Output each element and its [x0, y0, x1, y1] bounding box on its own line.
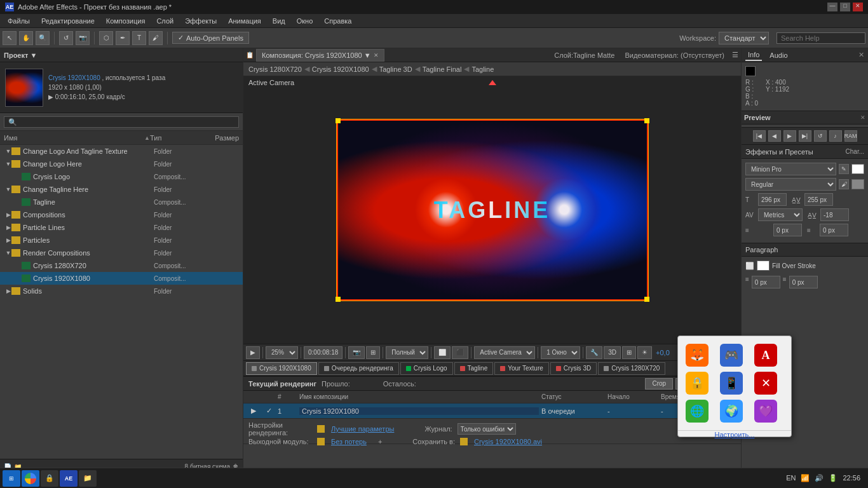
bottom-tab-your-texture[interactable]: Your Texture: [494, 362, 549, 375]
tool-hand[interactable]: ✋: [19, 31, 33, 45]
font-color-swatch[interactable]: [851, 164, 864, 174]
region-btn[interactable]: ⬜: [434, 346, 451, 359]
menu-edit[interactable]: Редактирование: [36, 16, 100, 26]
popup-setup-btn[interactable]: Настроить...: [678, 430, 791, 438]
render-row-1[interactable]: ▶ ✓ 1 Crysis 1920X1080 В очереди - -: [243, 403, 741, 419]
snap-btn[interactable]: 📷: [348, 346, 365, 359]
popup-icon-phone[interactable]: 📱: [720, 372, 743, 395]
quality-select[interactable]: Полный: [386, 346, 428, 359]
menu-layer[interactable]: Слой: [151, 16, 179, 26]
tool-arrow[interactable]: ↖: [3, 31, 17, 45]
crop-btn[interactable]: Crop: [645, 378, 673, 390]
popup-icon-adobe[interactable]: A: [754, 344, 777, 367]
bottom-tab-crysis-1280[interactable]: Crysis 1280X720: [598, 362, 665, 375]
taskbar-ae[interactable]: AE: [60, 470, 78, 487]
timecode-btn[interactable]: 0:00:08:18: [304, 346, 342, 359]
tree-item-crysis-1920[interactable]: Crysis 1920X1080 Composit...: [0, 272, 243, 285]
menu-window[interactable]: Окно: [292, 16, 318, 26]
tool-zoom[interactable]: 🔍: [36, 31, 50, 45]
tree-item-compositions[interactable]: ▶ Compositions Folder: [0, 208, 243, 221]
font-family-select[interactable]: Minion Pro: [745, 163, 836, 175]
layout-btn[interactable]: ⊞: [622, 346, 636, 359]
camera-select[interactable]: Active Camera: [474, 346, 535, 359]
playback-btn[interactable]: ▶: [246, 346, 260, 359]
char-tab[interactable]: Char...: [846, 148, 864, 155]
tool-brush[interactable]: 🖌: [149, 31, 163, 45]
baseline-input[interactable]: [820, 208, 849, 221]
prev-first-btn[interactable]: |◀: [753, 130, 766, 142]
zoom-select[interactable]: 25%: [266, 346, 298, 359]
composition-canvas[interactable]: TAGLINE: [337, 119, 648, 301]
comp-tab-close[interactable]: ✕: [374, 52, 379, 58]
exposure-btn[interactable]: ☀: [637, 346, 652, 359]
tree-item-particle-lines[interactable]: ▶ Particle Lines Folder: [0, 221, 243, 234]
tracking-input[interactable]: [804, 193, 833, 206]
prev-back-btn[interactable]: ◀: [768, 130, 781, 142]
prev-ram-btn[interactable]: RAM: [844, 130, 857, 142]
taskbar-chrome[interactable]: [22, 470, 39, 487]
spacing-before-input[interactable]: [752, 276, 780, 288]
tree-item-change-logo-here[interactable]: ▼ Change Logo Here Folder: [0, 158, 243, 170]
tool-text[interactable]: T: [132, 31, 146, 45]
prev-fwd-btn[interactable]: ▶|: [799, 130, 811, 142]
bottom-tab-render-queue[interactable]: Очередь рендеринга: [318, 362, 399, 375]
popup-icon-web[interactable]: 🌐: [686, 400, 709, 423]
font-style-btn2[interactable]: 🖌: [839, 179, 849, 189]
panel-menu-icon[interactable]: ☰: [732, 51, 738, 59]
maximize-button[interactable]: □: [840, 3, 850, 11]
taskbar-folder[interactable]: 📁: [79, 470, 97, 487]
transparency-btn[interactable]: ⬛: [452, 346, 468, 359]
popup-icon-lock[interactable]: 🔒: [686, 372, 709, 395]
prev-loop-btn[interactable]: ↺: [814, 130, 827, 142]
view-select[interactable]: 1 Окно: [541, 346, 580, 359]
popup-icon-fox[interactable]: 🦊: [686, 344, 709, 367]
font-style-select[interactable]: Regular: [745, 178, 836, 191]
tree-item-crysis-logo[interactable]: Crysis Logo Composit...: [0, 170, 243, 183]
bottom-tab-crysis-logo[interactable]: Crysis Logo: [400, 362, 453, 375]
breadcrumb-tagline[interactable]: Tagline: [471, 65, 494, 73]
breadcrumb-tagline-3d[interactable]: Tagline 3D: [379, 65, 412, 73]
menu-files[interactable]: Файлы: [3, 16, 35, 26]
menu-effects[interactable]: Эффекты: [180, 16, 222, 26]
settings-value[interactable]: Лучшие параметры: [331, 425, 394, 433]
font-style-swatch[interactable]: [851, 179, 864, 189]
tool-rotate[interactable]: ↺: [59, 31, 73, 45]
popup-icon-earth[interactable]: 🌍: [720, 400, 743, 423]
grid-btn[interactable]: ⊞: [366, 346, 380, 359]
tree-item-tagline[interactable]: Tagline Composit...: [0, 196, 243, 208]
bottom-tab-tagline[interactable]: Tagline: [454, 362, 494, 375]
tool-mask[interactable]: ⬡: [99, 31, 113, 45]
popup-icon-close[interactable]: ✕: [754, 372, 777, 395]
tool-camera[interactable]: 📷: [76, 31, 90, 45]
font-size-input[interactable]: [758, 193, 787, 206]
tree-item-change-tagline-here[interactable]: ▼ Change Tagline Here Folder: [0, 183, 243, 196]
tree-item-render-compositions[interactable]: ▼ Render Compositions Folder: [0, 247, 243, 259]
output-value[interactable]: Без потерь: [331, 438, 367, 445]
breadcrumb-crysis-1920[interactable]: Crysis 1920X1080: [312, 65, 369, 73]
auto-open-panels-btn[interactable]: ✓ Auto-Open Panels: [172, 32, 249, 44]
spacing-after-input[interactable]: [789, 276, 818, 288]
close-button[interactable]: ✕: [853, 3, 863, 11]
menu-help[interactable]: Справка: [319, 16, 356, 26]
prev-play-btn[interactable]: ▶: [783, 130, 796, 142]
color-swatch[interactable]: [745, 66, 756, 76]
prev-audio-btn[interactable]: ♪: [829, 130, 842, 142]
workspace-select[interactable]: Стандарт: [719, 32, 769, 44]
bottom-tab-crysis-3d[interactable]: Crysis 3D: [550, 362, 597, 375]
tree-item-particles[interactable]: ▶ Particles Folder: [0, 234, 243, 247]
popup-icon-gamepad[interactable]: 🎮: [720, 344, 743, 367]
tree-item-crysis-1280[interactable]: Crysis 1280X720 Composit...: [0, 259, 243, 272]
panel-close-icon[interactable]: ✕: [858, 51, 864, 59]
taskbar-security[interactable]: 🔒: [41, 470, 58, 487]
add-output-btn[interactable]: +: [378, 438, 382, 445]
comp-tab-crysis[interactable]: Композиция: Crysis 1920X1080 ▼ ✕: [256, 49, 384, 62]
breadcrumb-crysis-1280[interactable]: Crysis 1280X720: [248, 65, 302, 73]
tree-item-change-logo-texture[interactable]: ▼ Change Logo And Tagline Texture Folder: [0, 145, 243, 158]
minimize-button[interactable]: —: [827, 3, 837, 11]
menu-view[interactable]: Вид: [268, 16, 290, 26]
render-options-btn[interactable]: 🔧: [586, 346, 602, 359]
metrics-select[interactable]: Metrics: [758, 208, 803, 221]
3d-btn[interactable]: 3D: [604, 346, 621, 359]
log-select[interactable]: Только ошибки: [458, 423, 516, 435]
breadcrumb-tagline-final[interactable]: Tagline Final: [423, 65, 462, 73]
